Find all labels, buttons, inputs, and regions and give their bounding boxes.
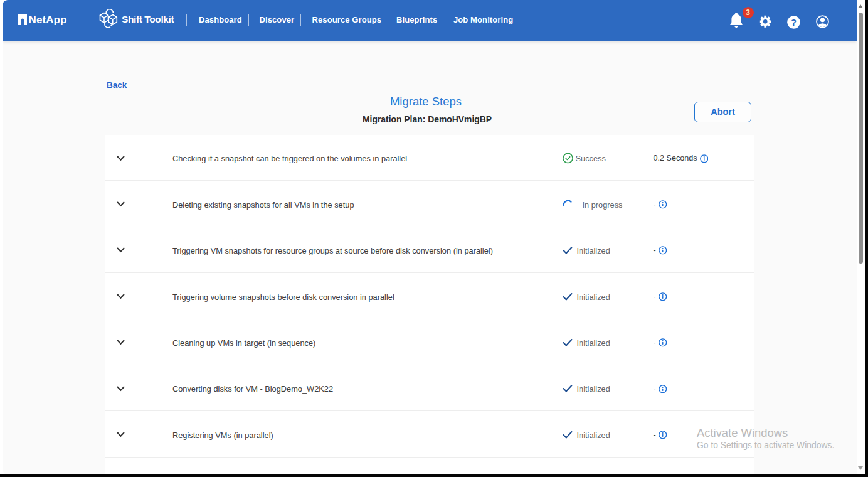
svg-text:?: ? bbox=[791, 17, 797, 27]
